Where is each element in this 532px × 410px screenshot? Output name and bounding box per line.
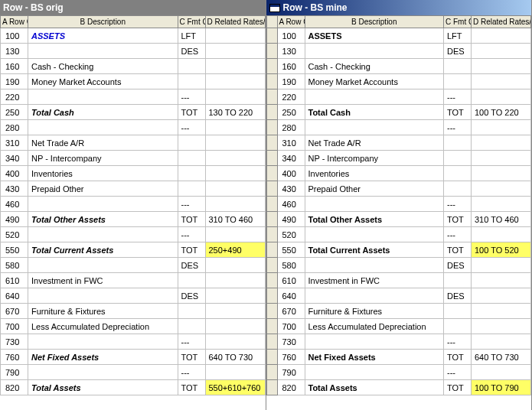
table-row[interactable]: 520--- bbox=[1, 227, 266, 242]
fmt-code-cell[interactable] bbox=[444, 74, 472, 89]
row-code-cell[interactable]: 820 bbox=[277, 380, 305, 395]
table-row[interactable]: 340NP - Intercompany bbox=[1, 151, 266, 166]
description-cell[interactable]: NP - Intercompany bbox=[305, 151, 444, 166]
description-cell[interactable] bbox=[305, 44, 444, 59]
fmt-code-cell[interactable]: TOT bbox=[444, 242, 472, 258]
description-cell[interactable] bbox=[28, 334, 178, 350]
col-d-header[interactable]: D Related Rates/Rows/ Unit bbox=[472, 16, 531, 28]
row-selector[interactable] bbox=[266, 380, 277, 395]
related-cell[interactable] bbox=[472, 166, 531, 181]
table-row[interactable]: 190Money Market Accounts bbox=[266, 74, 531, 89]
table-row[interactable]: 100ASSETSLFT bbox=[1, 28, 266, 44]
table-row[interactable]: 760Net Fixed AssetsTOT640 TO 730 bbox=[1, 350, 266, 365]
row-selector[interactable] bbox=[266, 151, 277, 166]
table-row[interactable]: 580DES bbox=[1, 258, 266, 273]
row-selector[interactable] bbox=[266, 120, 277, 135]
row-selector[interactable] bbox=[266, 74, 277, 89]
related-cell[interactable] bbox=[205, 28, 265, 44]
table-row[interactable]: 430Prepaid Other bbox=[1, 181, 266, 197]
row-code-cell[interactable]: 400 bbox=[1, 166, 28, 181]
row-selector[interactable] bbox=[266, 227, 277, 242]
row-selector[interactable] bbox=[266, 181, 277, 197]
table-row[interactable]: 460--- bbox=[1, 197, 266, 212]
left-grid[interactable]: A Row Code B Description C Fmt Code D Re… bbox=[0, 15, 266, 395]
description-cell[interactable] bbox=[305, 120, 444, 135]
row-code-cell[interactable]: 580 bbox=[1, 258, 28, 273]
fmt-code-cell[interactable] bbox=[178, 304, 205, 319]
row-code-cell[interactable]: 490 bbox=[1, 212, 28, 227]
col-sel-header[interactable] bbox=[266, 16, 277, 28]
description-cell[interactable] bbox=[305, 227, 444, 242]
related-cell[interactable] bbox=[472, 151, 531, 166]
description-cell[interactable] bbox=[305, 288, 444, 304]
fmt-code-cell[interactable] bbox=[178, 319, 205, 334]
related-cell[interactable] bbox=[205, 181, 265, 197]
row-code-cell[interactable]: 340 bbox=[1, 151, 28, 166]
table-row[interactable]: 310Net Trade A/R bbox=[1, 135, 266, 151]
fmt-code-cell[interactable]: DES bbox=[178, 288, 205, 304]
description-cell[interactable]: Cash - Checking bbox=[305, 59, 444, 74]
related-cell[interactable] bbox=[472, 288, 531, 304]
description-cell[interactable]: Total Other Assets bbox=[28, 212, 178, 227]
row-selector[interactable] bbox=[266, 59, 277, 74]
description-cell[interactable]: Furniture & Fixtures bbox=[305, 304, 444, 319]
fmt-code-cell[interactable]: --- bbox=[444, 120, 472, 135]
row-selector[interactable] bbox=[266, 304, 277, 319]
row-code-cell[interactable]: 610 bbox=[1, 273, 28, 288]
related-cell[interactable] bbox=[205, 273, 265, 288]
description-cell[interactable]: Money Market Accounts bbox=[305, 74, 444, 89]
description-cell[interactable] bbox=[28, 197, 178, 212]
description-cell[interactable]: Inventories bbox=[28, 166, 178, 181]
table-row[interactable]: 430Prepaid Other bbox=[266, 181, 531, 197]
row-selector[interactable] bbox=[266, 28, 277, 44]
fmt-code-cell[interactable]: --- bbox=[444, 89, 472, 105]
fmt-code-cell[interactable]: DES bbox=[444, 288, 472, 304]
description-cell[interactable] bbox=[28, 227, 178, 242]
row-selector[interactable] bbox=[266, 242, 277, 258]
table-row[interactable]: 280--- bbox=[266, 120, 531, 135]
description-cell[interactable]: Cash - Checking bbox=[28, 59, 178, 74]
table-row[interactable]: 100ASSETSLFT bbox=[266, 28, 531, 44]
fmt-code-cell[interactable] bbox=[178, 166, 205, 181]
related-cell[interactable]: 100 TO 220 bbox=[472, 105, 531, 120]
related-cell[interactable] bbox=[205, 319, 265, 334]
row-code-cell[interactable]: 730 bbox=[277, 334, 305, 350]
fmt-code-cell[interactable]: TOT bbox=[444, 350, 472, 365]
fmt-code-cell[interactable] bbox=[444, 59, 472, 74]
row-code-cell[interactable]: 460 bbox=[277, 197, 305, 212]
related-cell[interactable] bbox=[472, 365, 531, 380]
table-row[interactable]: 700Less Accumulated Depreciation bbox=[1, 319, 266, 334]
fmt-code-cell[interactable]: --- bbox=[178, 334, 205, 350]
related-cell[interactable] bbox=[205, 197, 265, 212]
fmt-code-cell[interactable]: TOT bbox=[178, 105, 205, 120]
row-code-cell[interactable]: 310 bbox=[1, 135, 28, 151]
description-cell[interactable]: Net Trade A/R bbox=[305, 135, 444, 151]
row-code-cell[interactable]: 550 bbox=[277, 242, 305, 258]
fmt-code-cell[interactable]: DES bbox=[178, 258, 205, 273]
fmt-code-cell[interactable] bbox=[178, 181, 205, 197]
row-code-cell[interactable]: 490 bbox=[277, 212, 305, 227]
row-selector[interactable] bbox=[266, 212, 277, 227]
description-cell[interactable]: ASSETS bbox=[28, 28, 178, 44]
related-cell[interactable] bbox=[205, 227, 265, 242]
row-selector[interactable] bbox=[266, 258, 277, 273]
row-code-cell[interactable]: 670 bbox=[277, 304, 305, 319]
fmt-code-cell[interactable] bbox=[444, 273, 472, 288]
fmt-code-cell[interactable]: TOT bbox=[444, 380, 472, 395]
description-cell[interactable] bbox=[28, 44, 178, 59]
row-selector[interactable] bbox=[266, 89, 277, 105]
row-code-cell[interactable]: 340 bbox=[277, 151, 305, 166]
table-row[interactable]: 220--- bbox=[266, 89, 531, 105]
fmt-code-cell[interactable]: TOT bbox=[178, 380, 205, 395]
table-row[interactable]: 460--- bbox=[266, 197, 531, 212]
row-code-cell[interactable]: 460 bbox=[1, 197, 28, 212]
fmt-code-cell[interactable]: TOT bbox=[178, 350, 205, 365]
fmt-code-cell[interactable]: --- bbox=[178, 120, 205, 135]
fmt-code-cell[interactable]: DES bbox=[444, 44, 472, 59]
description-cell[interactable]: Total Cash bbox=[28, 105, 178, 120]
description-cell[interactable]: Prepaid Other bbox=[305, 181, 444, 197]
description-cell[interactable]: Inventories bbox=[305, 166, 444, 181]
related-cell[interactable] bbox=[472, 28, 531, 44]
description-cell[interactable]: Investment in FWC bbox=[28, 273, 178, 288]
description-cell[interactable] bbox=[28, 258, 178, 273]
